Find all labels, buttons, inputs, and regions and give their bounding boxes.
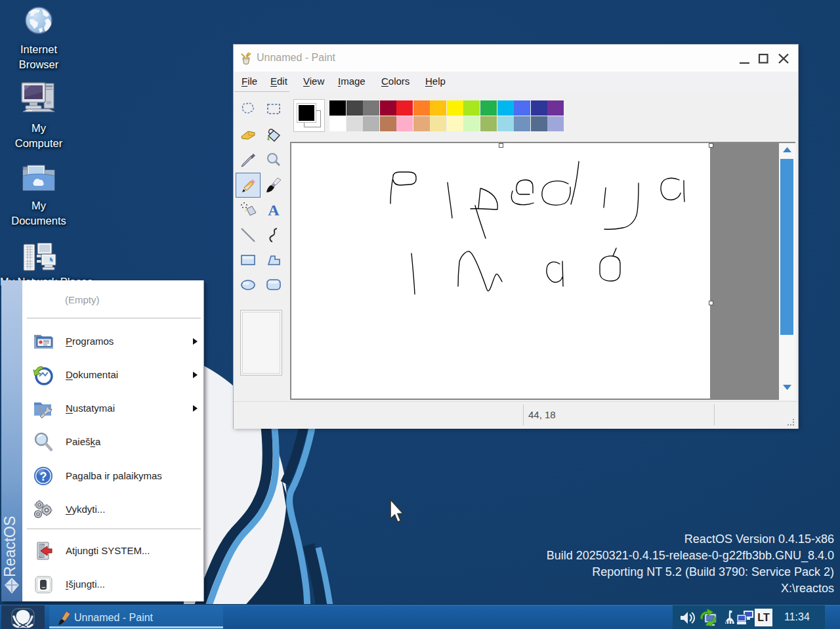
svg-text:ReactOS: ReactOS (1, 516, 18, 577)
svg-text:A: A (268, 202, 280, 219)
svg-text:?: ? (40, 470, 47, 483)
